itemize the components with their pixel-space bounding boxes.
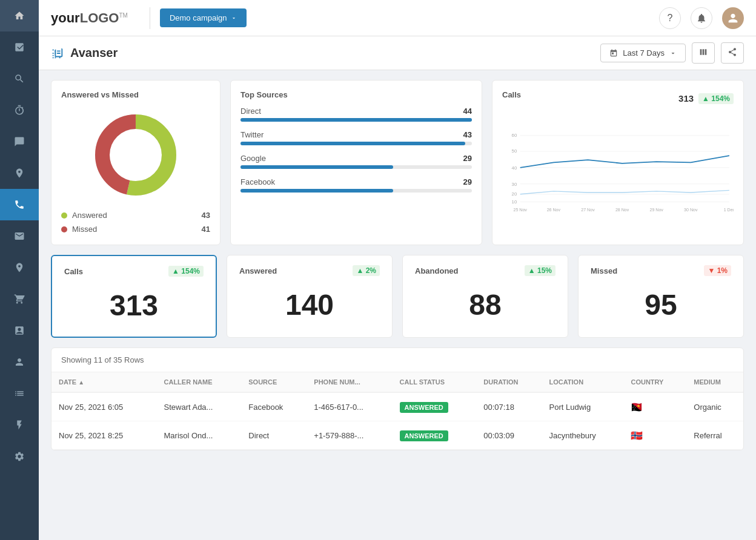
donut-widget: Answered vs Missed Answered [51,80,220,245]
status-badge: ANSWERED [400,430,448,441]
stat-calls[interactable]: Calls ▲ 154% 313 [51,255,217,338]
stat-abandoned-badge: ▲ 15% [525,265,555,276]
top-sources-title: Top Sources [240,90,472,99]
calls-chart-meta: 313 ▲ 154% [678,93,734,104]
calls-chart-header: Calls 313 ▲ 154% [502,90,734,107]
col-location[interactable]: LOCATION [542,372,624,392]
col-medium[interactable]: MEDIUM [686,372,743,392]
user-avatar[interactable] [722,7,744,29]
page-title-area: Avanser [51,46,600,60]
page-title: Avanser [70,46,118,60]
sidebar-item-integrations[interactable] [0,409,39,441]
cell-status: ANSWERED [393,421,477,450]
cell-phone: +1-579-888-... [307,421,392,450]
sidebar-item-user[interactable] [0,346,39,378]
donut-chart [87,107,184,203]
calls-table-section: Showing 11 of 35 Rows DATE ▲ CALLER NAME… [51,347,744,450]
date-filter-button[interactable]: Last 7 Days [600,44,686,62]
share-button[interactable] [721,42,744,64]
dashboard-content: Answered vs Missed Answered [39,70,756,540]
sidebar-item-phone[interactable] [0,189,39,220]
stat-missed-value: 95 [591,283,731,326]
stat-missed-label: Missed [591,266,617,275]
help-button[interactable]: ? [659,7,681,29]
stat-answered-label: Answered [239,266,277,275]
source-name: Google [240,154,266,163]
svg-text:30 Nov: 30 Nov [684,208,698,212]
sidebar-item-email[interactable] [0,220,39,252]
sidebar-item-cart[interactable] [0,283,39,315]
sort-icon: ▲ [78,379,84,386]
donut-legend: Answered 43 Missed 41 [61,211,210,234]
col-date[interactable]: DATE ▲ [51,372,157,392]
sidebar-item-targeting[interactable] [0,157,39,189]
stat-missed-badge: ▼ 1% [704,265,731,276]
table-info: Showing 11 of 35 Rows [51,348,743,372]
logo-text: yourLOGOTM [51,10,128,26]
sidebar-item-messages[interactable] [0,126,39,157]
cell-date: Nov 25, 2021 8:25 [51,421,157,450]
source-item: Google 29 [240,154,472,169]
stats-row: Calls ▲ 154% 313 Answered ▲ 2% 140 Aband… [51,255,744,338]
demo-campaign-button[interactable]: Demo campaign [160,8,247,27]
sidebar-item-location[interactable] [0,252,39,283]
donut-chart-container [61,107,210,203]
sources-list: Direct 44 Twitter 43 Google 29 Facebook … [240,107,472,193]
svg-text:1 Dec: 1 Dec [724,208,734,212]
col-caller[interactable]: CALLER NAME [157,372,242,392]
cell-status: ANSWERED [393,392,477,421]
logo-area: yourLOGOTM [51,10,128,26]
stat-calls-label: Calls [64,267,83,276]
columns-icon [698,47,708,57]
stat-answered-value: 140 [239,283,380,326]
columns-button[interactable] [692,42,715,64]
col-status[interactable]: CALL STATUS [393,372,477,392]
source-item: Facebook 29 [240,177,472,193]
cell-date: Nov 25, 2021 6:05 [51,392,157,421]
svg-text:40: 40 [512,165,517,171]
cell-medium: Referral [686,421,743,450]
source-count: 43 [463,130,472,139]
cell-location: Port Ludwig [542,392,624,421]
cell-country: 🇵🇬 [623,392,686,421]
stat-answered[interactable]: Answered ▲ 2% 140 [227,255,393,338]
source-item: Direct 44 [240,107,472,122]
stat-calls-header: Calls ▲ 154% [64,266,204,277]
sidebar-item-settings[interactable] [0,441,39,472]
sidebar-item-analytics[interactable] [0,31,39,63]
source-bar-fill [240,142,465,145]
sidebar-item-timer[interactable] [0,94,39,126]
table-row[interactable]: Nov 25, 2021 6:05 Stewart Ada... Faceboo… [51,392,743,421]
cell-source: Facebook [241,392,307,421]
stat-missed[interactable]: Missed ▼ 1% 95 [578,255,744,338]
sidebar-item-reports[interactable] [0,315,39,346]
notifications-button[interactable] [691,7,712,29]
source-name: Facebook [240,177,275,186]
sidebar-item-list[interactable] [0,378,39,409]
svg-text:10: 10 [512,199,517,205]
stat-answered-header: Answered ▲ 2% [239,265,380,276]
table-header-row: DATE ▲ CALLER NAME SOURCE PHONE NUM... C… [51,372,743,392]
calendar-icon [609,49,618,58]
calls-chart-widget: Calls 313 ▲ 154% 60 50 40 30 20 10 [492,80,744,245]
sidebar-item-home[interactable] [0,0,39,31]
svg-text:29 Nov: 29 Nov [649,208,663,212]
source-bar-bg [240,118,472,122]
stat-abandoned[interactable]: Abandoned ▲ 15% 88 [402,255,568,338]
col-duration[interactable]: DURATION [476,372,542,392]
country-flag: 🇵🇬 [631,401,643,410]
calls-table: DATE ▲ CALLER NAME SOURCE PHONE NUM... C… [51,372,743,450]
legend-missed: Missed 41 [61,225,210,234]
col-country[interactable]: COUNTRY [623,372,686,392]
col-source[interactable]: SOURCE [241,372,307,392]
col-phone[interactable]: PHONE NUM... [307,372,392,392]
calls-chart-title: Calls [502,90,521,99]
sidebar-item-search[interactable] [0,63,39,94]
svg-text:25 Nov: 25 Nov [514,208,528,212]
stat-missed-header: Missed ▼ 1% [591,265,731,276]
answered-dot [61,212,67,219]
table-body: Nov 25, 2021 6:05 Stewart Ada... Faceboo… [51,392,743,450]
status-badge: ANSWERED [400,402,448,413]
table-row[interactable]: Nov 25, 2021 8:25 Marisol Ond... Direct … [51,421,743,450]
top-sources-widget: Top Sources Direct 44 Twitter 43 Google … [230,80,482,245]
